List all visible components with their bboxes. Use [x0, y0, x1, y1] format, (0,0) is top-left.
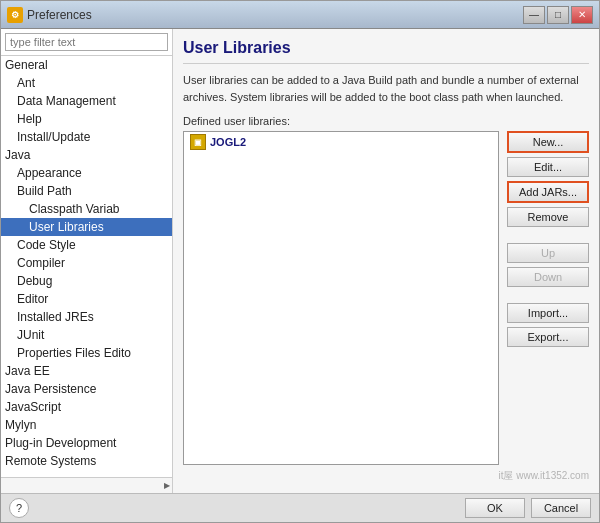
tree-item[interactable]: Ant — [1, 74, 172, 92]
panel-description: User libraries can be added to a Java Bu… — [183, 72, 589, 105]
maximize-button[interactable]: □ — [547, 6, 569, 24]
tree-item[interactable]: Editor — [1, 290, 172, 308]
title-bar-controls: — □ ✕ — [523, 6, 593, 24]
bottom-bar: ? OK Cancel — [1, 493, 599, 522]
title-bar: ⚙ Preferences — □ ✕ — [1, 1, 599, 29]
help-button[interactable]: ? — [9, 498, 29, 518]
new-button[interactable]: New... — [507, 131, 589, 153]
tree-item[interactable]: Java — [1, 146, 172, 164]
tree-item[interactable]: Compiler — [1, 254, 172, 272]
right-panel: User Libraries User libraries can be add… — [173, 29, 599, 493]
remove-button[interactable]: Remove — [507, 207, 589, 227]
tree-item[interactable]: Data Management — [1, 92, 172, 110]
cancel-button[interactable]: Cancel — [531, 498, 591, 518]
tree-item[interactable]: Plug-in Development — [1, 434, 172, 452]
title-bar-title: Preferences — [27, 8, 92, 22]
tree-item[interactable]: Classpath Variab — [1, 200, 172, 218]
export-button[interactable]: Export... — [507, 327, 589, 347]
tree-item[interactable]: Java Persistence — [1, 380, 172, 398]
buttons-col: New... Edit... Add JARs... Remove Up Dow… — [507, 131, 589, 465]
tree-item[interactable]: Code Style — [1, 236, 172, 254]
edit-button[interactable]: Edit... — [507, 157, 589, 177]
close-button[interactable]: ✕ — [571, 6, 593, 24]
minimize-button[interactable]: — — [523, 6, 545, 24]
ok-button[interactable]: OK — [465, 498, 525, 518]
tree-item[interactable]: Install/Update — [1, 128, 172, 146]
tree-item[interactable]: User Libraries — [1, 218, 172, 236]
library-name: JOGL2 — [210, 136, 246, 148]
libraries-area: ▣JOGL2 New... Edit... Add JARs... Remove… — [183, 131, 589, 465]
up-button[interactable]: Up — [507, 243, 589, 263]
add-jars-button[interactable]: Add JARs... — [507, 181, 589, 203]
tree-item[interactable]: Debug — [1, 272, 172, 290]
tree-item[interactable]: Mylyn — [1, 416, 172, 434]
defined-label: Defined user libraries: — [183, 115, 589, 127]
panel-title: User Libraries — [183, 39, 589, 64]
watermark: it屋 www.it1352.com — [183, 469, 589, 483]
library-icon: ▣ — [190, 134, 206, 150]
main-content: GeneralAntData ManagementHelpInstall/Upd… — [1, 29, 599, 493]
tree-item[interactable]: General — [1, 56, 172, 74]
app-icon: ⚙ — [7, 7, 23, 23]
tree-item[interactable]: Help — [1, 110, 172, 128]
left-panel: GeneralAntData ManagementHelpInstall/Upd… — [1, 29, 173, 493]
tree-item[interactable]: Appearance — [1, 164, 172, 182]
tree-item[interactable]: Remote Systems — [1, 452, 172, 470]
title-bar-left: ⚙ Preferences — [7, 7, 92, 23]
down-button[interactable]: Down — [507, 267, 589, 287]
list-item[interactable]: ▣JOGL2 — [184, 132, 498, 152]
filter-box — [1, 29, 172, 56]
libraries-list[interactable]: ▣JOGL2 — [183, 131, 499, 465]
scroll-right-arrow[interactable]: ▶ — [164, 481, 170, 490]
tree-item[interactable]: Build Path — [1, 182, 172, 200]
tree-item[interactable]: JavaScript — [1, 398, 172, 416]
import-button[interactable]: Import... — [507, 303, 589, 323]
filter-input[interactable] — [5, 33, 168, 51]
tree-item[interactable]: Installed JREs — [1, 308, 172, 326]
ok-cancel-area: OK Cancel — [465, 498, 591, 518]
tree-item[interactable]: Java EE — [1, 362, 172, 380]
tree-item[interactable]: JUnit — [1, 326, 172, 344]
tree-area[interactable]: GeneralAntData ManagementHelpInstall/Upd… — [1, 56, 172, 477]
tree-item[interactable]: Properties Files Edito — [1, 344, 172, 362]
tree-scroll-bottom: ▶ — [1, 477, 172, 493]
